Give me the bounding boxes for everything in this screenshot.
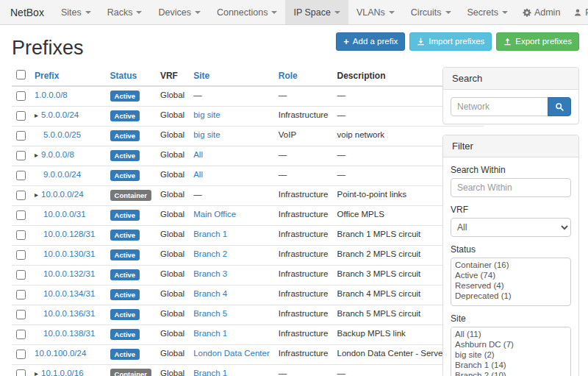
row-checkbox[interactable]	[16, 270, 26, 280]
vrf-select[interactable]: All	[451, 218, 571, 237]
prefix-link[interactable]: 5.0.0.0/24	[41, 110, 79, 119]
nav-item-circuits[interactable]: Circuits	[403, 0, 459, 24]
nav-item-label: Devices	[158, 7, 190, 18]
select-all-checkbox[interactable]	[16, 70, 26, 79]
prefix-link[interactable]: 10.0.0.138/31	[43, 329, 95, 338]
filter-panel-title: Filter	[443, 135, 578, 157]
vrf-label: VRF	[451, 205, 571, 215]
prefix-link[interactable]: 10.1.0.0/16	[41, 369, 84, 376]
nav-item-ip-space[interactable]: IP Space	[285, 0, 348, 24]
chevron-down-icon	[136, 11, 142, 14]
prefix-cell: 10.0.100.0/24	[30, 345, 106, 365]
prefix-link[interactable]: 10.0.0.130/31	[43, 249, 95, 258]
site-link[interactable]: Branch 2	[193, 249, 227, 258]
nav-item-label: IP Space	[293, 7, 331, 18]
site-link[interactable]: big site	[193, 110, 220, 119]
nav-item-sites[interactable]: Sites	[53, 0, 99, 24]
row-checkbox[interactable]	[16, 250, 26, 260]
prefix-link[interactable]: 10.0.0.132/31	[43, 269, 95, 278]
status-badge: Active	[110, 210, 140, 221]
prefix-link[interactable]: 10.0.0.136/31	[43, 309, 95, 318]
row-checkbox[interactable]	[16, 131, 26, 141]
role-cell: Infrastructure	[274, 266, 333, 285]
row-checkbox[interactable]	[16, 171, 26, 180]
nav-item-secrets[interactable]: Secrets	[459, 0, 516, 24]
option-branch-2-10[interactable]: Branch 2 (10)	[453, 370, 569, 376]
vrf-cell: Global	[156, 166, 189, 186]
row-checkbox[interactable]	[16, 111, 26, 121]
nav-item-label: Connections	[217, 7, 268, 18]
row-select-cell	[12, 107, 30, 127]
column-header-role[interactable]: Role	[274, 65, 333, 86]
row-checkbox[interactable]	[16, 151, 26, 160]
vrf-cell: Global	[156, 305, 189, 325]
nav-item-racks[interactable]: Racks	[99, 0, 151, 24]
column-header-site[interactable]: Site	[189, 65, 274, 86]
prefix-link[interactable]: 5.0.0.0/25	[43, 130, 81, 139]
admin-menu-item[interactable]: Admin	[516, 0, 567, 24]
prefix-link[interactable]: 10.0.0.128/31	[43, 230, 95, 238]
option-all-11[interactable]: All (11)	[453, 329, 569, 339]
add-prefix-label: Add a prefix	[353, 36, 398, 47]
nav-item-connections[interactable]: Connections	[209, 0, 286, 24]
prefix-cell: ▸9.0.0.0/8	[30, 146, 106, 166]
row-checkbox[interactable]	[16, 350, 26, 359]
row-checkbox[interactable]	[16, 230, 26, 240]
prefix-link[interactable]: 1.0.0.0/8	[35, 91, 68, 99]
row-checkbox[interactable]	[16, 91, 26, 101]
site-cell: big site	[189, 107, 274, 127]
column-header-prefix[interactable]: Prefix	[30, 65, 106, 86]
site-filter-listbox[interactable]: All (11)Ashburn DC (7)big site (2)Branch…	[451, 327, 571, 376]
site-link[interactable]: Branch 5	[193, 309, 227, 318]
site-link[interactable]: Branch 4	[193, 289, 227, 298]
navbar-menu: SitesRacksDevicesConnectionsIP SpaceVLAN…	[53, 0, 516, 24]
nav-item-vlans[interactable]: VLANs	[348, 0, 403, 24]
app-logo[interactable]: NetBox	[6, 0, 53, 24]
site-link[interactable]: All	[193, 170, 203, 179]
row-checkbox[interactable]	[16, 330, 26, 339]
site-link[interactable]: big site	[193, 130, 220, 139]
site-link[interactable]: Branch 1	[193, 329, 227, 338]
row-checkbox[interactable]	[16, 191, 26, 200]
prefix-link[interactable]: 10.0.100.0/24	[35, 349, 86, 358]
prefix-link[interactable]: 10.0.0.0/24	[41, 190, 84, 199]
option-container-16[interactable]: Container (16)	[453, 260, 569, 270]
site-link[interactable]: Branch 1	[193, 369, 227, 376]
import-icon	[417, 38, 425, 46]
option-branch-1-14[interactable]: Branch 1 (14)	[453, 360, 569, 370]
row-checkbox[interactable]	[16, 369, 26, 376]
prefix-link[interactable]: 9.0.0.0/8	[41, 150, 74, 159]
status-filter-listbox[interactable]: Container (16)Active (74)Reserved (4)Dep…	[451, 258, 571, 306]
status-cell: Active	[106, 127, 156, 146]
search-button[interactable]	[548, 97, 571, 116]
option-reserved-4[interactable]: Reserved (4)	[453, 280, 569, 291]
prefix-link[interactable]: 10.0.0.134/31	[43, 289, 95, 298]
site-link[interactable]: Branch 1	[193, 230, 227, 238]
status-badge: Container	[110, 190, 151, 201]
site-link[interactable]: All	[193, 150, 203, 159]
search-within-input[interactable]	[451, 178, 571, 197]
search-input[interactable]	[451, 97, 548, 116]
option-deprecated-1[interactable]: Deprecated (1)	[453, 291, 569, 301]
column-header-status[interactable]: Status	[106, 65, 156, 86]
option-ashburn-dc-7[interactable]: Ashburn DC (7)	[453, 339, 569, 350]
row-checkbox[interactable]	[16, 290, 26, 299]
prefix-link[interactable]: 10.0.0.0/31	[43, 210, 86, 219]
plus-icon: +	[343, 37, 349, 46]
profile-menu-item[interactable]: Profile	[567, 0, 588, 24]
row-checkbox[interactable]	[16, 310, 26, 319]
prefix-link[interactable]: 9.0.0.0/24	[43, 170, 81, 179]
role-cell: Infrastructure	[274, 206, 333, 226]
row-checkbox[interactable]	[16, 210, 26, 220]
site-link[interactable]: London Data Center	[193, 349, 270, 358]
option-active-74[interactable]: Active (74)	[453, 270, 569, 280]
navbar-right: Admin Profile Log out	[516, 0, 588, 24]
export-prefixes-button[interactable]: Export prefixes	[496, 32, 579, 51]
nav-item-devices[interactable]: Devices	[150, 0, 208, 24]
site-link[interactable]: Main Office	[193, 210, 236, 219]
option-big-site-2[interactable]: big site (2)	[453, 350, 569, 360]
add-prefix-button[interactable]: + Add a prefix	[336, 32, 405, 51]
import-prefixes-button[interactable]: Import prefixes	[409, 32, 492, 51]
site-link[interactable]: Branch 3	[193, 269, 227, 278]
page-header: Prefixes + Add a prefix Import prefixes …	[0, 25, 588, 64]
